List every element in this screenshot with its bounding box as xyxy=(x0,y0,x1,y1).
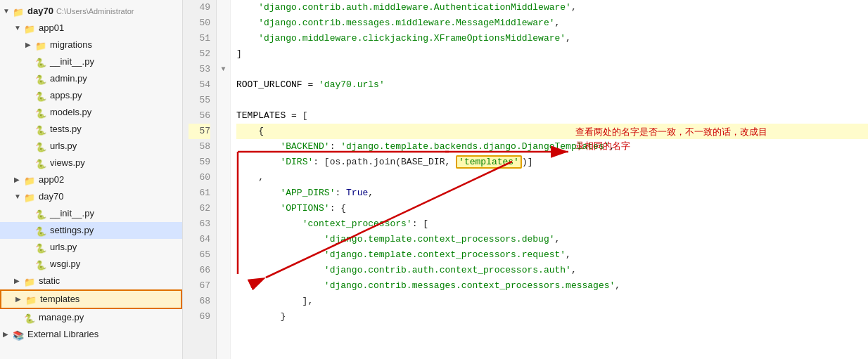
fold-63 xyxy=(226,112,230,119)
line-num-64: 64 xyxy=(189,232,210,247)
fold-58 xyxy=(217,81,221,89)
annotation-line2: 录相同的名字 xyxy=(575,139,767,153)
file-icon-wsgi: 🐍 xyxy=(35,259,48,270)
annotation-line1: 查看两处的名字是否一致，不一致的话，改成目 xyxy=(575,125,767,139)
code-content[interactable]: 'django.contrib.auth.middleware.Authenti… xyxy=(231,0,868,359)
fold-55 xyxy=(217,50,221,58)
code-line-53 xyxy=(236,62,868,77)
file-icon-urls2: 🐍 xyxy=(35,242,48,253)
folder-icon-app02: 📁 xyxy=(24,174,37,185)
code-line-50: 'django.contrib.messages.middleware.Mess… xyxy=(236,15,868,31)
line-num-68: 68 xyxy=(189,294,210,309)
code-line-65: 'django.template.context_processors.requ… xyxy=(236,247,868,263)
tree-item-day70-root[interactable]: ▼ 📁 day70 C:\Users\Administrator xyxy=(0,3,182,20)
file-icon-init: 🐍 xyxy=(35,56,48,67)
tree-item-static[interactable]: ▶ 📁 static xyxy=(0,273,182,289)
line-num-52: 52 xyxy=(189,46,210,62)
line-num-60: 60 xyxy=(189,170,210,185)
code-line-69: } xyxy=(236,309,868,325)
tree-item-views-py[interactable]: ▶ 🐍 views.py xyxy=(0,155,182,171)
tree-label-day70: day70 xyxy=(27,4,53,18)
tree-label-apps: apps.py xyxy=(50,89,82,103)
tree-item-app02[interactable]: ▶ 📁 app02 xyxy=(0,171,182,188)
line-numbers: 49 50 51 52 53 54 55 56 57 58 59 60 61 6… xyxy=(183,0,217,359)
tree-label-admin: admin.py xyxy=(50,72,87,86)
tree-label-views: views.py xyxy=(50,156,85,170)
file-tree-sidebar: ▼ 📁 day70 C:\Users\Administrator ▼ 📁 app… xyxy=(0,0,183,359)
tree-label-static: static xyxy=(39,274,60,288)
tree-arrow-extlibs: ▶ xyxy=(3,327,13,341)
tree-label-wsgi: wsgi.py xyxy=(50,257,80,271)
line-num-57: 57 xyxy=(189,124,210,139)
file-icon-manage: 🐍 xyxy=(24,312,37,323)
tree-item-init-py2[interactable]: ▶ 🐍 __init__.py xyxy=(0,205,182,222)
code-line-63: 'context_processors': [ xyxy=(236,216,868,232)
fold-54 xyxy=(226,34,230,42)
tree-label-urls: urls.py xyxy=(50,139,77,153)
tree-label-extlibs: External Libraries xyxy=(27,327,98,341)
file-icon-models: 🐍 xyxy=(35,107,48,118)
file-icon-settings: 🐍 xyxy=(35,225,48,236)
code-line-51: 'django.middleware.clickjacking.XFrameOp… xyxy=(236,31,868,46)
annotation-text: 查看两处的名字是否一致，不一致的话，改成目 录相同的名字 xyxy=(575,125,767,152)
line-num-54: 54 xyxy=(189,77,210,93)
tree-arrow-app02: ▶ xyxy=(14,173,24,187)
code-line-68: ], xyxy=(236,294,868,309)
folder-icon-templates: 📁 xyxy=(25,294,38,305)
fold-51 xyxy=(217,19,221,27)
line-num-62: 62 xyxy=(189,201,210,216)
line-num-69: 69 xyxy=(189,309,210,325)
tree-item-apps-py[interactable]: ▶ 🐍 apps.py xyxy=(0,87,182,104)
tree-label-init2: __init__.py xyxy=(50,207,94,221)
highlight-templates-str: 'templates' xyxy=(456,155,522,169)
code-line-54: ROOT_URLCONF = 'day70.urls' xyxy=(236,77,868,93)
tree-item-models-py[interactable]: ▶ 🐍 models.py xyxy=(0,104,182,121)
tree-item-urls-py[interactable]: ▶ 🐍 urls.py xyxy=(0,138,182,155)
tree-item-day70-sub[interactable]: ▼ 📁 day70 xyxy=(0,188,182,205)
tree-item-init-py[interactable]: ▶ 🐍 __init__.py xyxy=(0,53,182,70)
tree-arrow-day70sub: ▼ xyxy=(14,190,24,204)
fold-50 xyxy=(226,4,230,11)
tree-item-admin-py[interactable]: ▶ 🐍 admin.py xyxy=(0,70,182,87)
line-num-63: 63 xyxy=(189,216,210,232)
line-num-58: 58 xyxy=(189,139,210,155)
code-line-60: , xyxy=(236,170,868,185)
tree-item-manage-py[interactable]: ▶ 🐍 manage.py xyxy=(0,309,182,326)
file-icon-init2: 🐍 xyxy=(35,208,48,219)
tree-label-app01: app01 xyxy=(39,21,64,35)
fold-57[interactable]: ▼ xyxy=(217,62,230,77)
fold-67 xyxy=(226,143,230,150)
tree-item-settings-py[interactable]: ▶ 🐍 settings.py xyxy=(0,222,182,239)
code-line-57: { xyxy=(236,124,868,139)
fold-59 xyxy=(226,81,230,89)
code-editor[interactable]: 49 50 51 52 53 54 55 56 57 58 59 60 61 6… xyxy=(183,0,868,359)
file-icon-urls: 🐍 xyxy=(35,141,48,152)
folder-icon-day70: 📁 xyxy=(13,6,25,17)
fold-64 xyxy=(217,127,221,135)
code-line-59: 'DIRS': [os.path.join(BASE_DIR, 'templat… xyxy=(236,155,868,170)
fold-56 xyxy=(226,50,230,58)
fold-52 xyxy=(226,19,230,27)
tree-item-extlibs[interactable]: ▶ 📚 External Libraries xyxy=(0,326,182,343)
tree-item-urls-py2[interactable]: ▶ 🐍 urls.py xyxy=(0,239,182,256)
tree-arrow-static: ▶ xyxy=(14,274,24,288)
folder-icon-static: 📁 xyxy=(24,275,37,287)
tree-arrow-day70: ▼ xyxy=(3,4,13,18)
fold-62 xyxy=(217,112,221,119)
line-num-55: 55 xyxy=(189,93,210,108)
line-num-65: 65 xyxy=(189,247,210,263)
fold-53 xyxy=(217,34,221,42)
tree-label-settings: settings.py xyxy=(50,223,94,237)
lib-icon-extlibs: 📚 xyxy=(13,329,25,340)
fold-66 xyxy=(217,143,221,150)
tree-item-wsgi-py[interactable]: ▶ 🐍 wsgi.py xyxy=(0,256,182,273)
code-line-67: 'django.contrib.messages.context_process… xyxy=(236,278,868,294)
tree-label-templates: templates xyxy=(40,292,79,306)
tree-item-app01[interactable]: ▼ 📁 app01 xyxy=(0,20,182,37)
tree-item-migrations[interactable]: ▶ 📁 migrations xyxy=(0,37,182,53)
fold-61 xyxy=(226,96,230,104)
tree-item-tests-py[interactable]: ▶ 🐍 tests.py xyxy=(0,121,182,138)
code-line-52: ] xyxy=(236,46,868,62)
tree-item-templates[interactable]: ▶ 📁 templates xyxy=(0,289,182,309)
code-line-62: 'OPTIONS': { xyxy=(236,201,868,216)
